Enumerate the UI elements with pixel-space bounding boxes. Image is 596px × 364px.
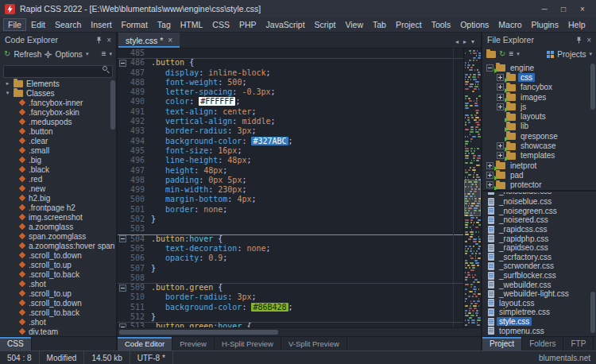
folder-row[interactable]: layouts xyxy=(482,111,596,121)
chevron-down-icon[interactable]: ▾ xyxy=(517,51,520,57)
mode-tab-preview[interactable]: Preview xyxy=(172,337,215,350)
projects-icon[interactable] xyxy=(547,51,554,58)
menu-item-php[interactable]: PHP xyxy=(234,18,261,31)
code-line[interactable]: 504.button:hover { xyxy=(118,234,463,244)
mode-tab-v-split-preview[interactable]: V-Split Preview xyxy=(281,337,347,350)
class-item[interactable]: .clear xyxy=(0,136,116,145)
refresh-icon[interactable]: ↻ xyxy=(4,50,10,58)
folder-row[interactable]: images xyxy=(482,92,596,102)
code-line[interactable]: 505 text-decoration: none; xyxy=(118,244,463,254)
class-item[interactable]: .fancybox-inner xyxy=(0,98,116,107)
menu-item-tools[interactable]: Tools xyxy=(427,18,456,31)
class-item[interactable]: .big xyxy=(0,155,116,165)
class-item[interactable]: .small xyxy=(0,145,116,155)
projects-button[interactable]: Projects xyxy=(557,50,586,59)
panel-tab-ftp[interactable]: FTP xyxy=(563,337,594,350)
code-line[interactable]: 503 xyxy=(118,224,463,234)
class-item[interactable]: .meduspods xyxy=(0,117,116,126)
file-item[interactable]: _scrwonder.css xyxy=(482,261,596,271)
menu-item-options[interactable]: Options xyxy=(455,18,493,31)
code-line[interactable]: 511 background-color: #86B428; xyxy=(118,303,463,312)
code-line[interactable]: 508 xyxy=(118,273,463,283)
tree-group-classes[interactable]: ▾Classes xyxy=(0,88,116,98)
collapse-icon[interactable]: ▾ xyxy=(5,90,10,96)
chevron-down-icon[interactable]: ▾ xyxy=(589,51,592,57)
minimap[interactable] xyxy=(463,48,481,327)
class-item[interactable]: span.zoomglass xyxy=(0,231,116,241)
folder-row[interactable]: protector xyxy=(482,180,596,190)
refresh-button[interactable]: Refresh xyxy=(14,50,41,59)
folder-row[interactable]: css xyxy=(482,72,596,82)
folder-tree-scrollbar[interactable] xyxy=(590,61,595,190)
expand-icon[interactable] xyxy=(486,181,493,188)
gear-icon[interactable] xyxy=(45,51,52,58)
code-editor[interactable]: 485486.button {487 display: inline-block… xyxy=(118,48,463,327)
folder-row[interactable]: pad xyxy=(482,170,596,180)
class-item[interactable]: .frontpage h2 xyxy=(0,203,116,212)
code-line[interactable]: 490 color: #FFFFFF; xyxy=(118,97,463,106)
file-item[interactable]: _noisegreen.css xyxy=(482,207,596,216)
search-input[interactable] xyxy=(3,65,113,78)
expand-icon[interactable] xyxy=(486,162,493,169)
tab-prev-icon[interactable]: ◂ xyxy=(455,38,459,45)
sort-icon[interactable]: ≡ xyxy=(102,50,106,58)
class-item[interactable]: .button xyxy=(0,126,116,136)
file-item[interactable]: topmenu.css xyxy=(482,326,596,335)
tree-group-elements[interactable]: ▸Elements xyxy=(0,79,116,88)
class-item[interactable]: h2.big xyxy=(0,193,116,203)
code-line[interactable]: 488 font-weight: 500; xyxy=(118,78,463,87)
expand-icon[interactable] xyxy=(497,142,504,149)
class-item[interactable]: img.screenshot xyxy=(0,212,116,222)
file-item[interactable]: _webuilder.css xyxy=(482,280,596,289)
class-item[interactable]: .shot xyxy=(0,317,116,327)
code-line[interactable]: 500 margin-bottom: 4px; xyxy=(118,195,463,204)
tab-close-icon[interactable]: × xyxy=(168,36,172,45)
file-item[interactable]: _webuilder-light.css xyxy=(482,289,596,299)
maximize-button[interactable]: □ xyxy=(555,2,572,15)
code-line[interactable]: 512} xyxy=(118,312,463,322)
menu-item-tag[interactable]: Tag xyxy=(153,18,176,31)
options-button[interactable]: Options xyxy=(55,50,82,59)
file-item[interactable]: style.css xyxy=(482,317,596,327)
class-item[interactable]: .black xyxy=(0,165,116,174)
code-line[interactable]: 494 background-color: #327ABC; xyxy=(118,137,463,146)
file-item[interactable]: layout.css xyxy=(482,299,596,308)
class-item[interactable]: .scroll_to.down xyxy=(0,250,116,260)
menu-item-script[interactable]: Script xyxy=(310,18,341,31)
menu-item-help[interactable]: Help xyxy=(563,18,590,31)
root-folder-icon[interactable] xyxy=(486,51,496,58)
class-item[interactable]: .scroll_to.back xyxy=(0,308,116,317)
code-explorer-scrollbar[interactable] xyxy=(110,77,115,336)
class-item[interactable]: .scroll_to.up xyxy=(0,288,116,298)
expand-icon[interactable] xyxy=(497,103,504,110)
expand-icon[interactable] xyxy=(497,74,504,81)
folder-row[interactable]: engine xyxy=(482,63,596,72)
class-item[interactable]: .scroll_to.down xyxy=(0,298,116,308)
panel-tab-folders[interactable]: Folders xyxy=(522,337,563,350)
code-line[interactable]: 501 border: none; xyxy=(118,205,463,215)
menu-item-file[interactable]: File xyxy=(3,18,26,31)
folder-row[interactable]: showcase xyxy=(482,141,596,150)
collapse-icon[interactable] xyxy=(486,64,493,72)
code-line[interactable]: 491 text-align: center; xyxy=(118,107,463,117)
code-line[interactable]: 495 font-size: 16px; xyxy=(118,146,463,156)
expand-icon[interactable] xyxy=(486,172,493,179)
code-line[interactable]: 502} xyxy=(118,215,463,224)
menu-item-search[interactable]: Search xyxy=(50,18,86,31)
panel-tab-css[interactable]: CSS xyxy=(0,337,32,350)
class-item[interactable]: .fancybox-skin xyxy=(0,107,116,117)
file-item[interactable]: _scrfactory.css xyxy=(482,253,596,262)
code-line[interactable]: 496 line-height: 48px; xyxy=(118,156,463,165)
folder-row[interactable]: templates xyxy=(482,151,596,161)
expand-icon[interactable]: ▸ xyxy=(5,80,10,87)
list-view-icon[interactable]: ≡ xyxy=(509,50,513,58)
menu-item-javascript[interactable]: JavaScript xyxy=(261,18,310,31)
panel-tab-project[interactable]: Project xyxy=(482,337,522,350)
code-line[interactable]: 498 padding: 0px 5px; xyxy=(118,176,463,185)
mode-tab-h-split-preview[interactable]: H-Split Preview xyxy=(215,337,281,350)
code-line[interactable]: 499 min-width: 230px; xyxy=(118,185,463,195)
close-button[interactable]: × xyxy=(574,2,591,15)
pin-icon[interactable] xyxy=(95,37,103,44)
menu-item-insert[interactable]: Insert xyxy=(86,18,116,31)
class-item[interactable]: a.zoomglass xyxy=(0,222,116,231)
